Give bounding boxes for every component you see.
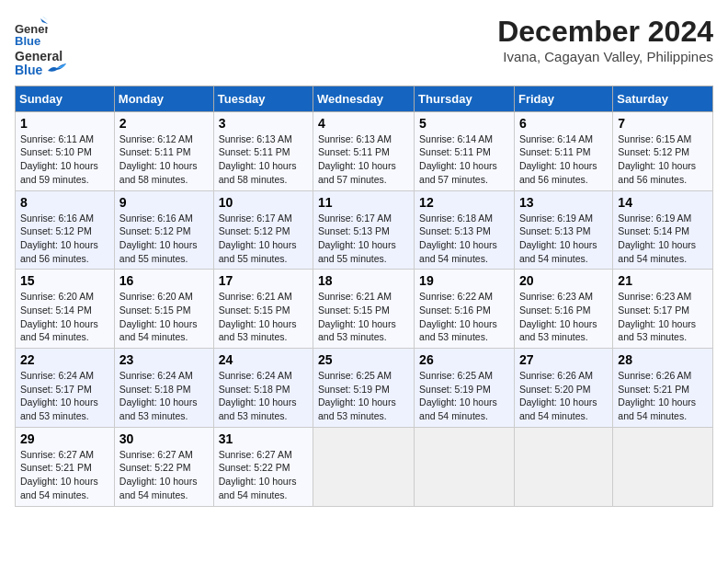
table-row: [415, 427, 515, 506]
svg-text:Blue: Blue: [15, 34, 40, 48]
table-row: 17Sunrise: 6:21 AMSunset: 5:15 PMDayligh…: [213, 270, 313, 349]
table-row: 15Sunrise: 6:20 AMSunset: 5:14 PMDayligh…: [16, 270, 115, 349]
logo-general: General: [15, 49, 63, 63]
svg-marker-3: [42, 17, 48, 20]
header: General Blue General Blue December 2024 …: [15, 15, 713, 78]
logo-icon: General Blue: [15, 15, 48, 48]
page-title: December 2024: [497, 15, 713, 49]
table-row: 7Sunrise: 6:15 AMSunset: 5:12 PMDaylight…: [613, 111, 713, 190]
table-row: 10Sunrise: 6:17 AMSunset: 5:12 PMDayligh…: [213, 190, 313, 270]
calendar-week-4: 22Sunrise: 6:24 AMSunset: 5:17 PMDayligh…: [16, 349, 713, 428]
title-area: December 2024 Ivana, Cagayan Valley, Phi…: [497, 15, 713, 64]
table-row: 31Sunrise: 6:27 AMSunset: 5:22 PMDayligh…: [213, 427, 313, 506]
calendar-week-2: 8Sunrise: 6:16 AMSunset: 5:12 PMDaylight…: [16, 190, 713, 270]
table-row: 13Sunrise: 6:19 AMSunset: 5:13 PMDayligh…: [514, 190, 612, 270]
table-row: 6Sunrise: 6:14 AMSunset: 5:11 PMDaylight…: [514, 111, 612, 190]
table-row: 9Sunrise: 6:16 AMSunset: 5:12 PMDaylight…: [114, 190, 213, 270]
table-row: 30Sunrise: 6:27 AMSunset: 5:22 PMDayligh…: [114, 427, 213, 506]
header-friday: Friday: [514, 86, 612, 111]
table-row: 2Sunrise: 6:12 AMSunset: 5:11 PMDaylight…: [114, 111, 213, 190]
logo-bird-icon: [48, 63, 66, 75]
table-row: 4Sunrise: 6:13 AMSunset: 5:11 PMDaylight…: [313, 111, 415, 190]
table-row: 1Sunrise: 6:11 AMSunset: 5:10 PMDaylight…: [16, 111, 115, 190]
logo-blue: Blue: [15, 63, 42, 77]
table-row: [313, 427, 415, 506]
table-row: 8Sunrise: 6:16 AMSunset: 5:12 PMDaylight…: [16, 190, 115, 270]
table-row: 19Sunrise: 6:22 AMSunset: 5:16 PMDayligh…: [415, 270, 515, 349]
table-row: 18Sunrise: 6:21 AMSunset: 5:15 PMDayligh…: [313, 270, 415, 349]
header-monday: Monday: [114, 86, 213, 111]
table-row: 14Sunrise: 6:19 AMSunset: 5:14 PMDayligh…: [613, 190, 713, 270]
page-subtitle: Ivana, Cagayan Valley, Philippines: [497, 49, 713, 64]
header-sunday: Sunday: [16, 86, 115, 111]
table-row: 16Sunrise: 6:20 AMSunset: 5:15 PMDayligh…: [114, 270, 213, 349]
table-row: 11Sunrise: 6:17 AMSunset: 5:13 PMDayligh…: [313, 190, 415, 270]
calendar-week-1: 1Sunrise: 6:11 AMSunset: 5:10 PMDaylight…: [16, 111, 713, 190]
table-row: 20Sunrise: 6:23 AMSunset: 5:16 PMDayligh…: [514, 270, 612, 349]
table-row: 12Sunrise: 6:18 AMSunset: 5:13 PMDayligh…: [415, 190, 515, 270]
table-row: [514, 427, 612, 506]
header-thursday: Thursday: [415, 86, 515, 111]
table-row: 21Sunrise: 6:23 AMSunset: 5:17 PMDayligh…: [613, 270, 713, 349]
calendar-week-5: 29Sunrise: 6:27 AMSunset: 5:21 PMDayligh…: [16, 427, 713, 506]
header-saturday: Saturday: [613, 86, 713, 111]
calendar-table: Sunday Monday Tuesday Wednesday Thursday…: [15, 86, 713, 507]
table-row: 3Sunrise: 6:13 AMSunset: 5:11 PMDaylight…: [213, 111, 313, 190]
table-row: [613, 427, 713, 506]
calendar-week-3: 15Sunrise: 6:20 AMSunset: 5:14 PMDayligh…: [16, 270, 713, 349]
table-row: 29Sunrise: 6:27 AMSunset: 5:21 PMDayligh…: [16, 427, 115, 506]
table-row: 26Sunrise: 6:25 AMSunset: 5:19 PMDayligh…: [415, 349, 515, 428]
table-row: 28Sunrise: 6:26 AMSunset: 5:21 PMDayligh…: [613, 349, 713, 428]
header-wednesday: Wednesday: [313, 86, 415, 111]
logo: General Blue General Blue: [15, 15, 66, 78]
header-tuesday: Tuesday: [213, 86, 313, 111]
table-row: 22Sunrise: 6:24 AMSunset: 5:17 PMDayligh…: [16, 349, 115, 428]
table-row: 23Sunrise: 6:24 AMSunset: 5:18 PMDayligh…: [114, 349, 213, 428]
table-row: 25Sunrise: 6:25 AMSunset: 5:19 PMDayligh…: [313, 349, 415, 428]
table-row: 5Sunrise: 6:14 AMSunset: 5:11 PMDaylight…: [415, 111, 515, 190]
calendar-header-row: Sunday Monday Tuesday Wednesday Thursday…: [16, 86, 713, 111]
table-row: 24Sunrise: 6:24 AMSunset: 5:18 PMDayligh…: [213, 349, 313, 428]
table-row: 27Sunrise: 6:26 AMSunset: 5:20 PMDayligh…: [514, 349, 612, 428]
